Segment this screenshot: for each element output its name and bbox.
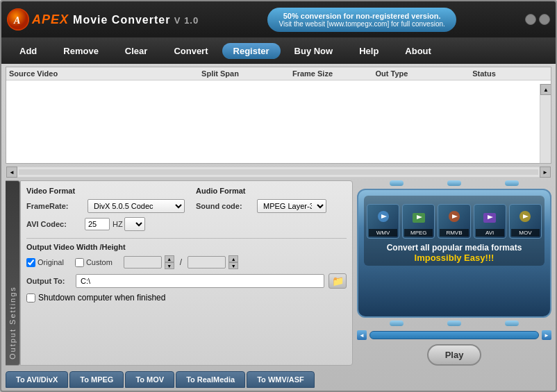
video-format-col: Video Format FrameRate: DivX 5.0.5 Codec… [26, 187, 185, 235]
height-up-btn[interactable]: ▲ [228, 255, 238, 262]
wh-section: Output Video Width /Height Original Cust… [26, 238, 347, 269]
mpeg-thumb: MPEG [402, 204, 435, 239]
tab-wmv-asf[interactable]: To WMV/ASF [247, 371, 315, 388]
original-label: Original [38, 258, 64, 266]
height-input[interactable] [188, 256, 226, 269]
avi-codec-input[interactable] [85, 218, 110, 230]
avi-codec-select[interactable] [124, 217, 145, 231]
output-settings-tab: Output Settings [6, 180, 20, 366]
wmv-thumb: WMV [367, 204, 399, 239]
knob-4 [390, 321, 404, 326]
width-input[interactable] [124, 256, 162, 269]
original-checkbox-label[interactable]: Original [26, 258, 64, 267]
file-list-content [6, 80, 551, 157]
shutdown-checkbox[interactable] [26, 293, 35, 302]
convert-button[interactable]: Convert [161, 42, 220, 60]
knob-3 [505, 180, 519, 186]
media-preview-box: WMV MPEG [357, 189, 551, 318]
sound-code-select[interactable]: MPEG Layer-3 AAC MP3 [257, 199, 326, 213]
convert-text: Convert all popular media formats [367, 243, 542, 253]
scroll-right-arrow[interactable]: ► [540, 167, 551, 178]
progress-area: ◄ ► [357, 329, 551, 341]
width-up-btn[interactable]: ▲ [165, 255, 174, 262]
mov-thumb: MOV [509, 204, 542, 239]
media-box-inner: WMV MPEG [364, 196, 544, 266]
width-spinner-btns: ▲ ▼ [165, 255, 174, 269]
file-list-area: Source Video Split Span Frame Size Out T… [6, 67, 551, 164]
col-frame-header: Frame Size [273, 69, 352, 78]
media-decorators-top [357, 180, 551, 186]
width-down-btn[interactable]: ▼ [165, 262, 174, 269]
app-title: APEX APEX Movie Converter V 1.0 Movie Co… [32, 12, 199, 27]
toolbar: Add Remove Clear Convert Register Buy No… [1, 37, 556, 64]
promo-banner: 50% conversion for non-registered versio… [267, 8, 456, 32]
add-button[interactable]: Add [7, 42, 49, 60]
minimize-button[interactable] [525, 14, 536, 25]
progress-left-arrow[interactable]: ◄ [357, 330, 367, 340]
video-format-title: Video Format [26, 187, 185, 195]
height-down-btn[interactable]: ▼ [228, 262, 238, 269]
tab-mov[interactable]: To MOV [125, 371, 174, 388]
wmv-icon [375, 206, 392, 229]
logo-icon: A [7, 8, 29, 31]
wh-title: Output Video Width /Height [26, 243, 347, 251]
wmv-label: WMV [369, 229, 397, 237]
play-button[interactable]: Play [427, 344, 482, 366]
file-list-header: Source Video Split Span Frame Size Out T… [6, 67, 551, 80]
mov-label: MOV [511, 229, 540, 237]
vertical-scrollbar[interactable]: ▲ ▼ [540, 84, 551, 164]
custom-checkbox[interactable] [75, 258, 84, 267]
height-spinner: ▲ ▼ [188, 255, 238, 269]
sound-code-label: Sound code: [196, 202, 251, 210]
horizontal-scrollbar[interactable]: ◄ ► [6, 167, 551, 178]
format-columns: Video Format FrameRate: DivX 5.0.5 Codec… [26, 187, 347, 235]
custom-label: Custom [86, 258, 113, 266]
framerate-select[interactable]: DivX 5.0.5 Codec Xvid MPEG-4 [88, 199, 185, 213]
media-panel: WMV MPEG [357, 180, 551, 366]
rmvb-icon [446, 206, 463, 229]
bottom-tabs: To AVI/DivX To MPEG To MOV To RealMedia … [1, 368, 556, 391]
col-split-header: Split Span [167, 69, 273, 78]
knob-2 [447, 180, 461, 186]
mpeg-icon [410, 206, 427, 229]
clear-button[interactable]: Clear [113, 42, 160, 60]
scroll-track[interactable] [19, 169, 538, 175]
apex-logo: A APEX APEX Movie Converter V 1.0 Movie … [7, 8, 199, 31]
hz-unit: HZ [113, 220, 123, 228]
avi-codec-row: AVI Codec: HZ [26, 217, 185, 231]
output-to-label: Output To: [26, 277, 72, 285]
progress-bar-container [369, 331, 539, 339]
tab-avi-divx[interactable]: To AVI/DivX [6, 371, 68, 388]
original-checkbox[interactable] [26, 258, 35, 267]
tab-realmedia[interactable]: To RealMedia [176, 371, 245, 388]
tab-mpeg[interactable]: To MPEG [69, 371, 124, 388]
sound-code-row: Sound code: MPEG Layer-3 AAC MP3 [196, 199, 347, 213]
promo-line1: 50% conversion for non-registered versio… [278, 12, 444, 20]
col-status-header: Status [431, 69, 537, 78]
easy-text: Impossibly Easy!!! [367, 253, 542, 263]
output-panel: Output Settings Video Format FrameRate: … [6, 180, 353, 366]
height-spinner-btns: ▲ ▼ [228, 255, 238, 269]
maximize-button[interactable] [539, 14, 550, 25]
register-button[interactable]: Register [222, 43, 281, 59]
svg-text:A: A [13, 15, 20, 26]
avi-label: AVI [476, 229, 504, 237]
custom-checkbox-label[interactable]: Custom [75, 258, 113, 267]
scroll-left-arrow[interactable]: ◄ [6, 167, 17, 178]
media-decorators-bottom [357, 321, 551, 326]
help-button[interactable]: Help [347, 42, 391, 60]
output-to-row: Output To: 📁 [26, 273, 347, 289]
folder-icon: 📁 [332, 275, 344, 287]
progress-right-arrow[interactable]: ► [542, 330, 551, 340]
mpeg-label: MPEG [404, 229, 433, 237]
browse-folder-button[interactable]: 📁 [329, 273, 347, 289]
remove-button[interactable]: Remove [51, 42, 111, 60]
avi-codec-label: AVI Codec: [26, 220, 82, 228]
about-button[interactable]: About [392, 42, 444, 60]
audio-format-col: Audio Format Sound code: MPEG Layer-3 AA… [196, 187, 347, 235]
output-path-input[interactable] [76, 274, 324, 288]
media-grid: WMV MPEG [367, 204, 542, 239]
buy-now-button[interactable]: Buy Now [282, 42, 346, 60]
width-spinner: ▲ ▼ [124, 255, 174, 269]
avi-icon [481, 206, 498, 229]
